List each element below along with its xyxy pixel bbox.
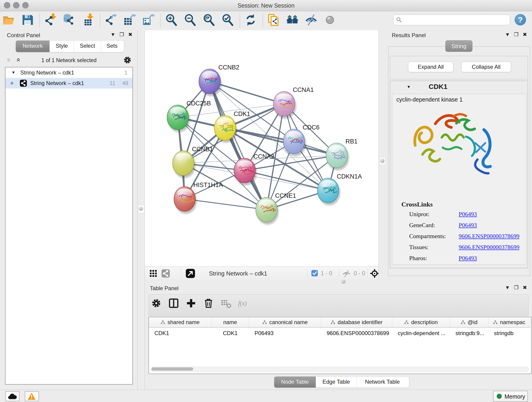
import-network-from-file-button[interactable] xyxy=(44,13,58,28)
disclosure-triangle-icon[interactable]: ▼ xyxy=(12,70,15,75)
table-cell[interactable]: cyclin-dependent ... xyxy=(392,328,450,338)
crosslink-value-link[interactable]: 9606.ENSP00000378699 xyxy=(459,244,519,251)
panel-close-icon[interactable]: ✖ xyxy=(523,285,531,290)
table-cell[interactable]: stringdb xyxy=(488,328,530,338)
hide-selected-button[interactable] xyxy=(305,13,319,28)
show-all-button[interactable] xyxy=(323,13,338,28)
open-in-window-icon[interactable] xyxy=(186,269,195,278)
zoom-selected-button[interactable] xyxy=(221,13,235,28)
network-node-CDC25B[interactable]: CDC25B xyxy=(167,100,211,132)
table-toolbar: f(x) xyxy=(148,294,529,316)
tab-edge-table[interactable]: Edge Table xyxy=(316,376,357,388)
horizontal-scrollbar-thumb[interactable] xyxy=(152,367,193,370)
column-header-name[interactable]: name xyxy=(211,317,249,328)
panel-float-icon[interactable]: ❐ xyxy=(120,32,128,37)
crosslink-value-link[interactable]: 9606.ENSP00000378699 xyxy=(459,233,519,240)
home-layout-button[interactable] xyxy=(286,13,300,28)
grid-view-icon[interactable] xyxy=(149,269,157,277)
panel-collapse-icon[interactable]: ▼ xyxy=(110,32,120,37)
horizontal-splitter[interactable] xyxy=(145,280,532,284)
network-node-CDC6[interactable]: CDC6 xyxy=(283,124,320,156)
protein-disclosure-icon[interactable]: ▼ xyxy=(407,85,411,89)
table-cell[interactable]: CDK1 xyxy=(211,328,249,338)
title-bar: Session: New Session xyxy=(0,0,532,11)
network-row[interactable]: String Network – cdk1 11 48 xyxy=(6,78,133,89)
table-panel-window-buttons: ▼❐✖ xyxy=(505,285,531,291)
panel-close-icon[interactable]: ✖ xyxy=(523,32,531,37)
table-cell[interactable]: stringdb:9... xyxy=(450,328,488,338)
tab-network-table[interactable]: Network Table xyxy=(357,376,408,388)
delete-column-button[interactable] xyxy=(203,298,216,311)
network-node-RB1[interactable]: RB1 xyxy=(326,138,358,170)
right-splitter-grip[interactable] xyxy=(380,159,385,163)
network-node-CCNE1[interactable]: CCNE1 xyxy=(256,192,296,225)
network-node-CDKN1A[interactable]: CDKN1A xyxy=(317,173,362,205)
left-splitter[interactable] xyxy=(138,30,145,390)
tab-node-table[interactable]: Node Table xyxy=(274,376,316,388)
open-file-button[interactable] xyxy=(2,13,17,28)
right-splitter[interactable] xyxy=(379,30,387,280)
network-node-HIST1H1A[interactable]: HIST1H1A xyxy=(174,182,223,214)
panel-collapse-icon[interactable]: ▼ xyxy=(505,32,514,37)
refresh-view-button[interactable] xyxy=(244,13,259,28)
expand-all-button[interactable]: Expand All xyxy=(408,62,453,72)
crosslink-value-link[interactable]: P06493 xyxy=(459,222,477,229)
panel-collapse-icon[interactable]: ▼ xyxy=(505,285,514,290)
search-input[interactable] xyxy=(393,15,510,25)
fit-selected-crosshair-icon[interactable] xyxy=(370,269,380,278)
zoom-in-button[interactable] xyxy=(165,13,179,28)
crosslink-value-link[interactable]: P06493 xyxy=(459,255,477,262)
export-image-button[interactable] xyxy=(142,13,156,28)
network-canvas[interactable]: CCNB2CCNA1CDC25BCDK1CDC6RB1CCNB1CCNA2CDK… xyxy=(145,30,379,266)
collapse-all-button[interactable]: Collapse All xyxy=(461,62,511,72)
hidden-eye-icon[interactable] xyxy=(342,269,351,278)
selected-checkbox-icon[interactable] xyxy=(311,270,318,277)
import-table-from-file-button[interactable] xyxy=(82,13,96,28)
memory-button[interactable]: Memory xyxy=(493,391,528,402)
table-cell[interactable]: P06493 xyxy=(249,328,321,338)
panel-float-icon[interactable]: ❐ xyxy=(514,32,523,37)
tab-string[interactable]: String xyxy=(445,40,472,52)
add-column-button[interactable] xyxy=(186,298,199,311)
zoom-out-button[interactable] xyxy=(184,13,198,28)
horizontal-splitter-grip[interactable] xyxy=(341,280,346,284)
column-header-shared-name[interactable]: shared name xyxy=(149,317,211,328)
horizontal-scrollbar[interactable] xyxy=(151,367,529,372)
node-label-CCNA2: CCNA2 xyxy=(253,153,274,160)
column-header-description[interactable]: description xyxy=(392,317,450,328)
copy-document-button[interactable] xyxy=(267,13,281,28)
network-node-CCNB2[interactable]: CCNB2 xyxy=(199,64,239,96)
cloud-status-button[interactable] xyxy=(5,391,19,401)
table-panel-title: Table Panel xyxy=(150,285,178,292)
network-collection-row[interactable]: ▼ String Network – cdk1 1 xyxy=(6,67,133,78)
string-view-icon[interactable] xyxy=(161,269,170,278)
panel-float-icon[interactable]: ❐ xyxy=(514,285,523,290)
column-header-@id[interactable]: @id xyxy=(450,317,488,328)
tab-sets[interactable]: Sets xyxy=(101,41,123,52)
table-cell[interactable]: 9606.ENSP00000378699 xyxy=(321,328,392,338)
column-header-namespac[interactable]: namespac xyxy=(488,317,530,328)
column-header-database-identifier[interactable]: database identifier xyxy=(321,317,392,328)
settings-gear-button[interactable] xyxy=(151,298,164,311)
tab-select[interactable]: Select xyxy=(74,41,101,52)
warning-status-button[interactable] xyxy=(25,391,39,401)
tab-network[interactable]: Network xyxy=(16,41,50,52)
help-button[interactable]: ? xyxy=(515,14,526,26)
save-session-button[interactable] xyxy=(21,13,35,28)
column-header-canonical-name[interactable]: canonical name xyxy=(249,317,321,328)
crosslink-value-link[interactable]: P06493 xyxy=(459,211,477,218)
zoom-fit-content-button[interactable] xyxy=(203,13,217,28)
network-node-CCNA1[interactable]: CCNA1 xyxy=(273,86,314,119)
export-network-button[interactable] xyxy=(104,13,119,28)
network-options-gear-icon[interactable] xyxy=(123,56,132,65)
tab-style[interactable]: Style xyxy=(50,41,74,52)
hidden-counts: 0 - 0 xyxy=(354,270,365,277)
panel-close-icon[interactable]: ✖ xyxy=(128,32,137,37)
import-network-from-database-button[interactable] xyxy=(63,13,77,28)
export-table-button[interactable] xyxy=(123,13,138,28)
table-cell[interactable]: CDK1 xyxy=(149,328,211,338)
left-splitter-grip[interactable] xyxy=(139,207,143,211)
split-panel-button[interactable] xyxy=(168,298,181,311)
control-panel-tabs: NetworkStyleSelectSets xyxy=(16,40,124,52)
network-row-label: String Network – cdk1 xyxy=(30,80,84,86)
